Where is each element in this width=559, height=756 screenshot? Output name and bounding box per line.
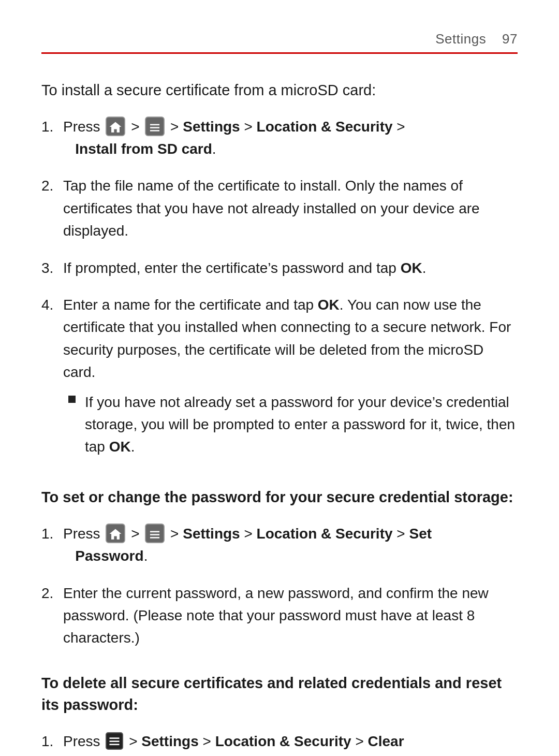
step-item: 4. Enter a name for the certificate and … [41, 294, 518, 463]
sub-bullet-item: If you have not already set a password f… [68, 391, 518, 458]
svg-rect-5 [150, 531, 159, 532]
step-item: 1. Press > Settings > Location & Securit… [41, 730, 518, 756]
step-content: Press > > Settings [63, 115, 518, 161]
install-sd-label: Install from SD card [75, 141, 212, 157]
step-content: Tap the file name of the certificate to … [63, 175, 518, 242]
step-content: Press > Settings > Location & Security >… [63, 730, 518, 756]
header-section-label: Settings [435, 31, 486, 47]
svg-rect-1 [150, 124, 159, 125]
steps-list-install: 1. Press > [41, 115, 518, 463]
svg-rect-6 [150, 534, 159, 535]
step-number: 1. [41, 115, 63, 138]
step-content: Enter the current password, a new passwo… [63, 582, 518, 649]
step-item: 3. If prompted, enter the certificate’s … [41, 257, 518, 279]
location-security-label: Location & Security [215, 733, 351, 749]
svg-rect-2 [150, 127, 159, 128]
page-info: Settings 97 [435, 31, 518, 47]
home-icon [106, 117, 125, 136]
menu-icon [145, 524, 165, 543]
clear-storage-label: Clear [368, 733, 404, 749]
section-heading-clear: To delete all secure certificates and re… [41, 672, 518, 716]
location-security-label: Location & Security [257, 526, 393, 542]
settings-label: Settings [183, 119, 240, 135]
steps-list-password: 1. Press > [41, 522, 518, 649]
steps-list-clear: 1. Press > Settings > Location & Securit… [41, 730, 518, 756]
set-password-label2: Password [75, 548, 143, 564]
step-number: 1. [41, 730, 63, 752]
page-header: Settings 97 [41, 31, 518, 54]
set-password-label: Set [409, 526, 432, 542]
header-page-number: 97 [502, 31, 518, 47]
sub-bullet-text: If you have not already set a password f… [85, 391, 518, 458]
step-content: Enter a name for the certificate and tap… [63, 294, 518, 463]
dark-icon [106, 732, 123, 750]
step-content: If prompted, enter the certificate’s pas… [63, 257, 518, 279]
home-icon [106, 524, 125, 543]
menu-icon [145, 117, 165, 136]
step-item: 1. Press > [41, 115, 518, 161]
step-item: 2. Enter the current password, a new pas… [41, 582, 518, 649]
sub-bullet-list: If you have not already set a password f… [68, 391, 518, 458]
section-install-cert: To install a secure certificate from a m… [41, 80, 518, 463]
svg-rect-3 [150, 130, 159, 131]
ok-label: OK [318, 297, 340, 313]
ok-label: OK [109, 439, 131, 455]
step-number: 2. [41, 175, 63, 197]
section-intro-install: To install a secure certificate from a m… [41, 80, 518, 101]
step-item: 2. Tap the file name of the certificate … [41, 175, 518, 242]
bullet-icon [68, 396, 76, 403]
step-number: 3. [41, 257, 63, 279]
step-number: 2. [41, 582, 63, 604]
page-container: Settings 97 To install a secure certific… [0, 0, 559, 756]
step-number: 4. [41, 294, 63, 316]
svg-rect-8 [110, 738, 120, 739]
step-item: 1. Press > [41, 522, 518, 568]
settings-label: Settings [141, 733, 198, 749]
svg-rect-10 [110, 744, 120, 746]
ok-label: OK [401, 260, 422, 276]
section-set-password: To set or change the password for your s… [41, 486, 518, 649]
svg-marker-4 [110, 529, 122, 540]
section-heading-password: To set or change the password for your s… [41, 486, 518, 508]
section-clear-storage: To delete all secure certificates and re… [41, 672, 518, 756]
location-security-label: Location & Security [257, 119, 393, 135]
svg-marker-0 [110, 122, 122, 133]
step-content: Press > > Settings [63, 522, 518, 568]
svg-rect-9 [110, 741, 120, 743]
svg-rect-7 [150, 537, 159, 538]
settings-label: Settings [183, 526, 240, 542]
step-number: 1. [41, 522, 63, 545]
